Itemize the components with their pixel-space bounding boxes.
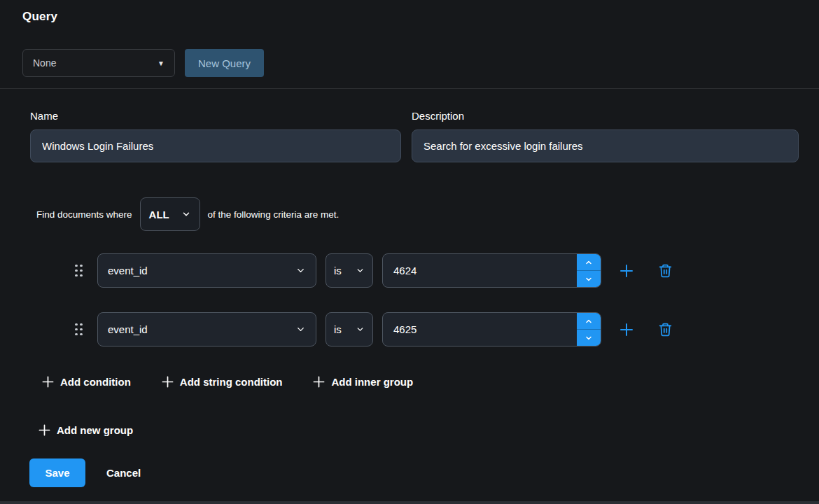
- criteria-prefix-text: Find documents where: [36, 209, 132, 220]
- saved-query-select[interactable]: None ▼: [22, 49, 175, 77]
- operator-select-value: is: [334, 265, 342, 276]
- plus-icon: [162, 376, 174, 388]
- group-actions: Add new group: [38, 424, 819, 436]
- add-new-group-label: Add new group: [57, 424, 133, 436]
- description-input[interactable]: [412, 130, 799, 162]
- number-stepper: [577, 254, 601, 287]
- match-operator-select[interactable]: ALL: [140, 197, 200, 231]
- trash-icon: [658, 322, 673, 337]
- chevron-up-icon: [584, 317, 593, 326]
- chevron-down-icon: [295, 324, 306, 335]
- plus-icon: [42, 376, 54, 388]
- field-select-value: event_id: [108, 265, 148, 276]
- delete-condition-row-button[interactable]: [658, 322, 673, 337]
- section-divider: [0, 88, 819, 89]
- add-inner-group-button[interactable]: Add inner group: [313, 376, 413, 388]
- condition-row: event_id is: [75, 312, 819, 346]
- condition-actions: Add condition Add string condition Add i…: [42, 376, 819, 388]
- plus-icon: [619, 263, 634, 279]
- operator-select[interactable]: is: [326, 253, 373, 288]
- plus-icon: [619, 322, 634, 337]
- field-select-value: event_id: [108, 323, 148, 335]
- criteria-suffix-text: of the following criteria are met.: [208, 209, 340, 220]
- operator-select-value: is: [334, 323, 342, 335]
- field-select[interactable]: event_id: [97, 253, 316, 288]
- stepper-up-button[interactable]: [577, 254, 601, 271]
- value-field-wrap: [382, 253, 601, 288]
- description-label: Description: [412, 110, 799, 122]
- operator-select[interactable]: is: [326, 312, 373, 346]
- delete-condition-row-button[interactable]: [658, 263, 673, 278]
- match-operator-value: ALL: [149, 209, 169, 220]
- cancel-button[interactable]: Cancel: [106, 467, 141, 479]
- query-toolbar: None ▼ New Query: [22, 49, 819, 77]
- stepper-down-button[interactable]: [577, 330, 601, 346]
- chevron-down-icon: [181, 209, 191, 219]
- value-input[interactable]: [383, 254, 577, 287]
- name-input[interactable]: [30, 130, 401, 162]
- add-string-condition-label: Add string condition: [180, 376, 283, 388]
- query-meta-form: Name Description: [30, 110, 799, 162]
- number-stepper: [577, 313, 601, 346]
- chevron-down-icon: [295, 265, 306, 276]
- chevron-down-icon: [584, 275, 593, 284]
- add-condition-button[interactable]: Add condition: [42, 376, 131, 388]
- plus-icon: [38, 424, 50, 436]
- drag-handle-icon[interactable]: [75, 265, 83, 277]
- saved-query-select-value: None: [33, 57, 56, 69]
- add-condition-row-button[interactable]: [619, 322, 634, 337]
- criteria-header: Find documents where ALL of the followin…: [36, 197, 819, 231]
- plus-icon: [313, 376, 325, 388]
- save-button[interactable]: Save: [29, 458, 85, 487]
- page-title: Query: [22, 10, 819, 24]
- add-string-condition-button[interactable]: Add string condition: [162, 376, 283, 388]
- chevron-up-icon: [584, 258, 593, 267]
- description-field-group: Description: [412, 110, 799, 162]
- chevron-down-icon: [356, 266, 365, 275]
- chevron-down-icon: [584, 334, 593, 342]
- name-label: Name: [30, 110, 401, 122]
- footer-actions: Save Cancel: [29, 458, 819, 487]
- value-input[interactable]: [383, 313, 577, 346]
- condition-row: event_id is: [75, 253, 819, 288]
- stepper-up-button[interactable]: [577, 313, 601, 330]
- stepper-down-button[interactable]: [577, 271, 601, 287]
- new-query-button[interactable]: New Query: [185, 49, 264, 77]
- add-condition-label: Add condition: [60, 376, 131, 388]
- name-field-group: Name: [30, 110, 401, 162]
- drag-handle-icon[interactable]: [75, 323, 83, 336]
- field-select[interactable]: event_id: [97, 312, 316, 346]
- dropdown-arrow-icon: ▼: [158, 59, 164, 67]
- add-new-group-button[interactable]: Add new group: [38, 424, 133, 436]
- bottom-panel-edge: [0, 501, 819, 504]
- add-condition-row-button[interactable]: [619, 263, 634, 279]
- chevron-down-icon: [356, 325, 365, 334]
- add-inner-group-label: Add inner group: [331, 376, 413, 388]
- trash-icon: [658, 263, 673, 278]
- value-field-wrap: [382, 312, 601, 346]
